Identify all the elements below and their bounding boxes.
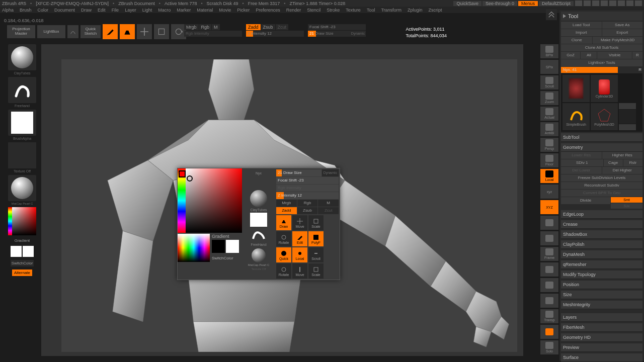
window-button[interactable] — [601, 1, 608, 6]
popup-focal-shift-slider[interactable]: Focal Shift -23 — [276, 177, 339, 184]
fibermesh-section[interactable]: FiberMesh — [561, 323, 642, 332]
scale-button[interactable] — [154, 24, 169, 39]
move-button[interactable] — [137, 24, 152, 39]
reconstruct-subdiv-button[interactable]: Reconstruct Subdiv — [561, 182, 642, 189]
convert-bpr-button[interactable]: Convert BPR To Geo — [561, 190, 642, 197]
preview-section[interactable]: Preview — [561, 343, 642, 352]
lightbox-button[interactable]: LightBox — [37, 25, 65, 38]
tool-thumb[interactable]: Cylinder3D — [591, 75, 618, 102]
popup-white-swatch[interactable] — [226, 240, 239, 253]
lightbox-tools-button[interactable]: Lightbox› Tools — [561, 59, 642, 66]
popup-rotate-button[interactable]: Rotate — [276, 231, 291, 246]
meshintegrity-section[interactable]: MeshIntegrity — [561, 301, 642, 309]
geometryhd-section[interactable]: Geometry HD — [561, 333, 642, 342]
nyx-slider[interactable]: Nyx. 41R — [561, 67, 642, 73]
menu-item[interactable]: Stroke — [327, 8, 340, 13]
popup-scale-button[interactable]: Scale — [308, 215, 324, 230]
zsub-toggle[interactable]: Zsub — [261, 24, 275, 30]
persp-button[interactable]: Persp — [540, 138, 558, 152]
window-button[interactable] — [584, 1, 591, 6]
close-button[interactable] — [635, 1, 642, 6]
popup-quick-button[interactable]: Quick — [276, 247, 291, 262]
cage-button[interactable]: Cage — [604, 159, 623, 166]
frame-button[interactable]: Frame — [540, 247, 558, 261]
texture-thumb[interactable] — [8, 142, 36, 168]
thumb-scroll-up[interactable] — [619, 103, 636, 109]
modify-topology-section[interactable]: Modify Topology — [561, 270, 642, 279]
local-button[interactable]: Local — [540, 169, 558, 183]
surface-section[interactable]: Surface — [561, 353, 642, 362]
claypolish-section[interactable]: ClayPolish — [561, 240, 642, 249]
menu-item[interactable]: Stencil — [307, 8, 320, 13]
switch-color-button[interactable]: SwitchColor — [11, 260, 34, 266]
popup-m-toggle[interactable]: M — [318, 200, 339, 207]
geometry-section[interactable]: Geometry — [561, 143, 642, 152]
popup-switchcolor-button[interactable]: SwitchColor — [212, 256, 233, 260]
menu-item[interactable]: Texture — [346, 8, 361, 13]
clone-all-subtools-button[interactable]: Clone All SubTools — [561, 44, 642, 51]
del-lower-button[interactable]: Del Lower — [561, 167, 602, 174]
nav-button[interactable] — [540, 231, 558, 245]
popup-gradient-label[interactable]: Gradient — [212, 234, 229, 239]
window-button[interactable] — [609, 1, 616, 6]
z-intensity-slider[interactable]: Z Intensity 12 — [246, 31, 304, 37]
menu-item[interactable]: Light — [142, 8, 152, 13]
solo-button[interactable]: Solo — [540, 340, 558, 354]
menus-button[interactable]: Menus — [518, 1, 538, 6]
goz-button[interactable]: GoZ — [561, 52, 580, 59]
lower-res-button[interactable]: Lower Res — [561, 152, 602, 159]
position-section[interactable]: Position — [561, 281, 642, 289]
menu-item[interactable]: Draw — [81, 8, 92, 13]
goz-visible-button[interactable]: Visible — [597, 52, 631, 59]
popup-rotate2-button[interactable]: Rotate — [276, 263, 291, 279]
tool-thumb[interactable] — [562, 75, 590, 102]
menu-item[interactable]: Picker — [237, 8, 250, 13]
alternate-button[interactable]: Alternate — [12, 269, 32, 276]
popup-move2-button[interactable]: Move — [292, 263, 307, 279]
popup-brush-icon[interactable] — [250, 228, 267, 242]
tool-preview[interactable] — [8, 44, 36, 70]
goz-all-button[interactable]: All — [581, 52, 597, 59]
subtool-section[interactable]: SubTool — [561, 133, 642, 142]
menu-item[interactable]: Movie — [219, 8, 231, 13]
nav-button[interactable] — [540, 294, 558, 308]
sdiv-slider[interactable]: SDiv 1 — [561, 159, 603, 166]
popup-rgb-intensity-slider[interactable]: Rgb Intensity — [276, 185, 339, 192]
popup-zcut-toggle[interactable]: Zcut — [318, 207, 339, 214]
crease-section[interactable]: Crease — [561, 220, 642, 229]
xyz-button[interactable]: XYZ — [540, 200, 558, 214]
menu-item[interactable]: Transform — [381, 8, 401, 13]
menu-item[interactable]: Layer — [125, 8, 136, 13]
nav-button[interactable] — [540, 278, 558, 292]
popup-material-sphere[interactable] — [250, 190, 267, 207]
popup-polyf-button[interactable]: PolyF — [308, 231, 324, 246]
quicksave-button[interactable]: QuickSave — [453, 1, 481, 6]
tool-collapse-icon[interactable] — [546, 9, 557, 20]
main-color-swatch[interactable] — [11, 246, 22, 257]
tool-thumb[interactable]: PolyMesh3D — [591, 103, 618, 130]
menu-item[interactable]: Marker — [177, 8, 191, 13]
transp-button[interactable]: Transp — [540, 309, 558, 323]
draw-button[interactable] — [120, 24, 135, 39]
size-section[interactable]: Size — [561, 291, 642, 299]
menu-item[interactable]: Color — [38, 8, 49, 13]
material-thumb[interactable] — [8, 175, 36, 201]
popup-zsub-toggle[interactable]: Zsub — [297, 207, 318, 214]
popup-black-swatch[interactable] — [212, 240, 225, 253]
clone-button[interactable]: Clone — [561, 37, 592, 44]
brush-thumb[interactable] — [8, 77, 36, 103]
goz-r-button[interactable]: R — [632, 52, 642, 59]
popup-zadd-toggle[interactable]: Zadd — [276, 207, 297, 214]
m-toggle[interactable]: M — [212, 24, 220, 30]
nav-button[interactable] — [540, 216, 558, 230]
popup-draw-button[interactable]: Draw — [276, 215, 291, 230]
mrgb-toggle[interactable]: Mrgb — [184, 24, 199, 30]
load-tool-button[interactable]: Load Tool — [561, 22, 602, 29]
popup-dynamic-toggle[interactable]: Dynamic — [322, 169, 339, 176]
window-button[interactable] — [575, 1, 582, 6]
menu-item[interactable]: Macro — [158, 8, 171, 13]
nav-button[interactable] — [540, 262, 558, 277]
higher-res-button[interactable]: Higher Res — [602, 152, 643, 159]
smt-toggle[interactable]: Smt — [611, 197, 642, 203]
zadd-toggle[interactable]: Zadd — [246, 24, 261, 30]
